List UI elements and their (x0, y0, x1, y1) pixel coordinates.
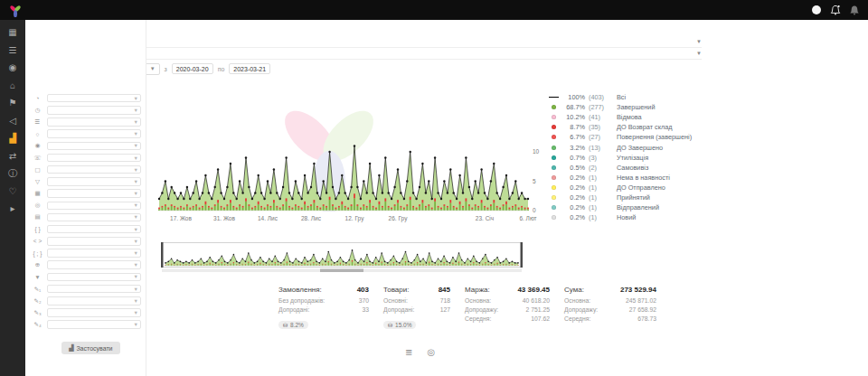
orders-list-icon[interactable]: ☰ (5, 44, 21, 56)
share-globe-icon[interactable]: ◎ (427, 347, 435, 357)
tags-icon[interactable]: ⚑ (5, 97, 21, 108)
filter-select[interactable]: ▼ (47, 260, 141, 269)
filter-row: { ; }▼ (31, 247, 141, 258)
chevron-down-icon: ▼ (696, 51, 702, 56)
legend-percent: 68.7% (562, 103, 585, 111)
filter-row: ▽▼ (31, 175, 141, 187)
stat-subvalue: 718 (440, 296, 450, 306)
filter-select[interactable]: ▼ (47, 129, 141, 138)
legend-item[interactable]: 3.2%(13)ДО Завершено (548, 142, 703, 152)
svg-text:6. Лют: 6. Лют (519, 215, 536, 221)
svg-text:23. Січ: 23. Січ (476, 215, 494, 221)
legend-item[interactable]: 0.5%(2)Самовивіз (548, 163, 703, 173)
alerts-bell-icon[interactable] (848, 5, 860, 16)
legend-item[interactable]: 0.2%(1)Відправлений (548, 202, 703, 212)
legend-item[interactable]: 8.7%(35)ДО Возврат склад (548, 122, 703, 132)
filter-select[interactable]: ▼ (47, 249, 141, 258)
legend-percent: 10.2% (562, 113, 585, 121)
stat-subrow: Допродажу:2 751.25 (465, 306, 550, 315)
dashboard-icon[interactable]: ▦ (5, 26, 21, 38)
legend-dot-marker (548, 195, 559, 200)
filter-select[interactable]: ▼ (47, 118, 141, 127)
notifications-bell-icon[interactable] (829, 5, 841, 16)
bag-icon: ⛁ (283, 322, 288, 328)
legend-item[interactable]: 10.2%(41)Відмова (548, 112, 703, 122)
legend-dot-marker (548, 155, 559, 160)
stat-subrow: Допродані:33 (278, 306, 369, 315)
filter-select[interactable]: ▼ (47, 106, 141, 115)
stat-subvalue: 40 618.20 (523, 296, 550, 306)
filter-select[interactable]: ▼ (47, 142, 141, 151)
legend-label: Відмова (617, 113, 642, 121)
stat-subvalue: 370 (359, 296, 369, 306)
theme-toggle-icon[interactable] (810, 5, 822, 16)
orders-timeline-chart[interactable]: 17. Жов31. Жов14. Лис28. Лис12. Гру26. Г… (152, 89, 542, 226)
legend-percent: 100% (562, 93, 585, 101)
filter-select[interactable]: ▼ (47, 189, 141, 198)
integrations-icon[interactable]: ⇄ (5, 150, 21, 162)
app-logo[interactable] (8, 4, 23, 17)
filter-select[interactable]: ▼ (47, 285, 141, 294)
upsell-percent-badge: ⛁15.0% (383, 321, 416, 329)
filter-select[interactable]: ▼ (47, 154, 141, 163)
legend-item[interactable]: 0.2%(1)Нема в наявності (548, 173, 703, 183)
date-from-input[interactable]: 2020-03-20 (172, 63, 213, 74)
filter-row: ✎₄▼ (31, 319, 141, 331)
legend-percent: 0.5% (562, 164, 585, 172)
filter-row: ▦▼ (31, 188, 141, 200)
svg-text:10: 10 (533, 148, 540, 155)
filter-select[interactable]: ▼ (47, 237, 141, 246)
apply-filters-button[interactable]: ▟ Застосувати (61, 342, 120, 354)
analytics-icon[interactable]: ▟ (5, 132, 21, 144)
filter-select[interactable]: ▼ (47, 165, 141, 174)
legend-item[interactable]: 0.2%(1)ДО Отправлено (548, 183, 703, 193)
megaphone-icon[interactable]: ◁ (5, 115, 21, 127)
filter-row: ▼▼ (31, 271, 141, 283)
date-to-input[interactable]: 2023-03-21 (229, 63, 270, 74)
home-icon[interactable]: ⌂ (5, 80, 21, 91)
filter-select[interactable]: ▼ (47, 213, 141, 222)
svg-text:26. Гру: 26. Гру (389, 215, 409, 222)
legend-item[interactable]: 6.7%(27)Повернення (завершені) (548, 132, 703, 142)
filter-select[interactable]: ▼ (47, 273, 141, 282)
legend-count: (277) (589, 103, 613, 111)
legend-item[interactable]: 0.2%(1)Прийнятий (548, 193, 703, 202)
partners-icon[interactable]: ♡ (5, 185, 21, 197)
legend-item[interactable]: 68.7%(277)Завершений (548, 102, 703, 112)
filter-select[interactable]: ▼ (47, 320, 141, 329)
legend-dot-marker (548, 115, 559, 119)
users-icon[interactable]: ◉ (5, 61, 21, 73)
chart-minimap-brush[interactable] (161, 242, 523, 273)
stat-subrow: Основні:718 (383, 296, 450, 306)
legend-percent: 0.2% (562, 213, 585, 221)
filter-select[interactable]: ▼ (47, 177, 141, 186)
video-icon[interactable]: ▸ (5, 202, 21, 214)
funnel-icon: ▽ (31, 178, 44, 185)
stat-header: Замовлення:403 (278, 286, 369, 294)
filter-select[interactable]: ▼ (47, 202, 141, 211)
filter-select[interactable]: ▼ (47, 225, 141, 234)
stat-subvalue: 107.62 (531, 315, 550, 324)
legend-dot-marker (548, 175, 559, 180)
filter-row: ◉▼ (31, 140, 141, 152)
filter-select[interactable]: ▼ (47, 308, 141, 317)
legend-item[interactable]: 0.2%(1)Новий (548, 212, 703, 222)
stat-subrow: Допродані:127 (383, 306, 450, 315)
legend-item[interactable]: 0.7%(3)Утилізація (548, 153, 703, 163)
table-view-icon[interactable]: ≣ (405, 347, 412, 357)
grid-icon: ▦ (31, 190, 44, 197)
info-icon[interactable]: ⓘ (5, 167, 21, 179)
globe-icon: ◎ (31, 202, 44, 209)
stat-label: Сума: (564, 286, 584, 294)
legend-count: (3) (589, 154, 613, 162)
svg-text:17. Жов: 17. Жов (170, 215, 192, 221)
stat-sublabel: Основна: (465, 296, 491, 306)
legend-item[interactable]: 100%(403)Всі (548, 92, 703, 102)
legend-label: ДО Завершено (617, 144, 663, 152)
filter-select[interactable]: ▼ (47, 94, 141, 103)
filter-select[interactable]: ▼ (47, 296, 141, 306)
left-nav-rail: ▦☰◉⌂⚑◁▟⇄ⓘ♡▸ (0, 20, 25, 376)
stat-column: Сума:273 529.94Основна:245 871.02Допрода… (564, 286, 656, 331)
stat-label: Товари: (383, 286, 409, 294)
product-icon: ▢ (31, 166, 44, 174)
